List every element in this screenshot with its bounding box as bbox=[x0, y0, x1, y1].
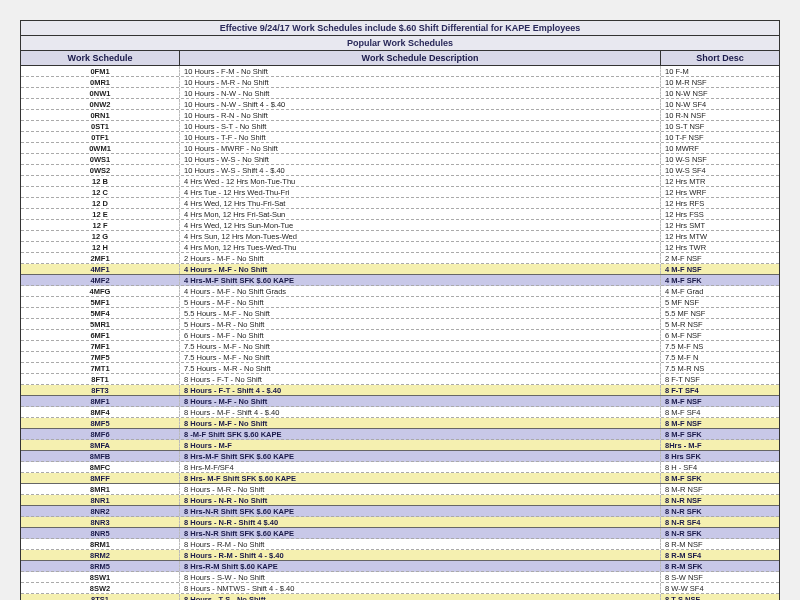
cell-code: 8MF1 bbox=[21, 396, 180, 406]
cell-desc: 4 Hrs Wed, 12 Hrs Sun-Mon-Tue bbox=[180, 220, 661, 230]
table-row: 6MF16 Hours - M-F - No Shift6 M-F NSF bbox=[21, 330, 779, 341]
cell-code: 8SW2 bbox=[21, 583, 180, 593]
table-row: 12 E4 Hrs Mon, 12 Hrs Fri-Sat-Sun12 Hrs … bbox=[21, 209, 779, 220]
cell-short: 4 M-F NSF bbox=[661, 264, 779, 274]
cell-code: 0NW1 bbox=[21, 88, 180, 98]
cell-code: 8SW1 bbox=[21, 572, 180, 582]
cell-short: 10 W-S SF4 bbox=[661, 165, 779, 175]
cell-desc: 8 Hrs- M-F Shift SFK $.60 KAPE bbox=[180, 473, 661, 483]
cell-code: 8MFC bbox=[21, 462, 180, 472]
cell-desc: 10 Hours - M-R - No Shift bbox=[180, 77, 661, 87]
table-row: 12 F4 Hrs Wed, 12 Hrs Sun-Mon-Tue12 Hrs … bbox=[21, 220, 779, 231]
cell-desc: 8 Hours - F-T - No Shift bbox=[180, 374, 661, 384]
cell-desc: 8 Hrs-R-M Shift $.60 KAPE bbox=[180, 561, 661, 571]
cell-desc: 2 Hours - M-F - No Shift bbox=[180, 253, 661, 263]
cell-desc: 7.5 Hours - M-R - No Shift bbox=[180, 363, 661, 373]
table-row: 8MF58 Hours - M-F - No Shift8 M-F NSF bbox=[21, 418, 779, 429]
cell-desc: 8 Hours - M-F - No Shift bbox=[180, 396, 661, 406]
cell-short: 8 N-R SFK bbox=[661, 528, 779, 538]
table-row: 0MR110 Hours - M-R - No Shift10 M-R NSF bbox=[21, 77, 779, 88]
table-row: 4MFG4 Hours - M-F - No Shift Grads4 M-F … bbox=[21, 286, 779, 297]
cell-short: 8 R-M SFK bbox=[661, 561, 779, 571]
cell-desc: 4 Hrs Mon, 12 Hrs Tues-Wed-Thu bbox=[180, 242, 661, 252]
schedule-sheet: Effective 9/24/17 Work Schedules include… bbox=[20, 20, 780, 600]
cell-desc: 10 Hours - N-W - No Shift bbox=[180, 88, 661, 98]
cell-desc: 4 Hours - M-F - No Shift Grads bbox=[180, 286, 661, 296]
cell-desc: 8 Hours - R-M - No Shift bbox=[180, 539, 661, 549]
table-row: 0TF110 Hours - T-F - No Shift10 T-F NSF bbox=[21, 132, 779, 143]
cell-short: 5.5 MF NSF bbox=[661, 308, 779, 318]
table-row: 7MF17.5 Hours - M-F - No Shift7.5 M-F NS bbox=[21, 341, 779, 352]
cell-short: 12 Hrs SMT bbox=[661, 220, 779, 230]
cell-short: 10 M-R NSF bbox=[661, 77, 779, 87]
table-row: 12 B4 Hrs Wed - 12 Hrs Mon-Tue-Thu12 Hrs… bbox=[21, 176, 779, 187]
cell-code: 8FT3 bbox=[21, 385, 180, 395]
cell-short: 12 Hrs WRF bbox=[661, 187, 779, 197]
cell-code: 7MF1 bbox=[21, 341, 180, 351]
table-row: 0NW210 Hours - N-W - Shift 4 - $.4010 N-… bbox=[21, 99, 779, 110]
cell-short: 8 R-M SF4 bbox=[661, 550, 779, 560]
cell-desc: 10 Hours - R-N - No Shift bbox=[180, 110, 661, 120]
cell-desc: 4 Hrs Sun, 12 Hrs Mon-Tues-Wed bbox=[180, 231, 661, 241]
cell-code: 4MF2 bbox=[21, 275, 180, 285]
cell-code: 0WS1 bbox=[21, 154, 180, 164]
table-row: 8RM28 Hours - R-M - Shift 4 - $.408 R-M … bbox=[21, 550, 779, 561]
cell-code: 4MF1 bbox=[21, 264, 180, 274]
cell-short: 10 N-W SF4 bbox=[661, 99, 779, 109]
cell-short: 8 F-T NSF bbox=[661, 374, 779, 384]
cell-code: 8MFB bbox=[21, 451, 180, 461]
cell-code: 0TF1 bbox=[21, 132, 180, 142]
table-row: 12 D4 Hrs Wed, 12 Hrs Thu-Fri-Sat12 Hrs … bbox=[21, 198, 779, 209]
table-row: 8TS18 Hours - T-S - No Shift8 T-S NSF bbox=[21, 594, 779, 600]
cell-short: 12 Hrs RFS bbox=[661, 198, 779, 208]
table-row: 0WM110 Hours - MWRF - No Shift10 MWRF bbox=[21, 143, 779, 154]
table-row: 8FT38 Hours - F-T - Shift 4 - $.408 F-T … bbox=[21, 385, 779, 396]
table-row: 5MR15 Hours - M-R - No Shift5 M-R NSF bbox=[21, 319, 779, 330]
cell-desc: 8 Hrs-N-R Shift SFK $.60 KAPE bbox=[180, 528, 661, 538]
table-row: 5MF45.5 Hours - M-F - No Shift5.5 MF NSF bbox=[21, 308, 779, 319]
cell-desc: 8 Hours - N-R - No Shift bbox=[180, 495, 661, 505]
cell-code: 12 D bbox=[21, 198, 180, 208]
cell-code: 8MF6 bbox=[21, 429, 180, 439]
cell-code: 8FT1 bbox=[21, 374, 180, 384]
cell-desc: 4 Hrs Tue - 12 Hrs Wed-Thu-Fri bbox=[180, 187, 661, 197]
table-row: 0NW110 Hours - N-W - No Shift10 N-W NSF bbox=[21, 88, 779, 99]
cell-code: 4MFG bbox=[21, 286, 180, 296]
cell-short: 8 N-R SFK bbox=[661, 506, 779, 516]
cell-desc: 8 -M-F Shift SFK $.60 KAPE bbox=[180, 429, 661, 439]
table-row: 0FM110 Hours - F-M - No Shift10 F-M bbox=[21, 66, 779, 77]
cell-code: 8RM5 bbox=[21, 561, 180, 571]
cell-code: 0MR1 bbox=[21, 77, 180, 87]
cell-short: 8 S-W NSF bbox=[661, 572, 779, 582]
cell-code: 12 B bbox=[21, 176, 180, 186]
cell-short: 8 W-W SF4 bbox=[661, 583, 779, 593]
cell-desc: 4 Hrs Wed, 12 Hrs Thu-Fri-Sat bbox=[180, 198, 661, 208]
cell-short: 4 M-F SFK bbox=[661, 275, 779, 285]
header-short: Short Desc bbox=[661, 51, 779, 65]
cell-code: 8NR2 bbox=[21, 506, 180, 516]
cell-short: 12 Hrs FSS bbox=[661, 209, 779, 219]
cell-short: 8 M-F SFK bbox=[661, 429, 779, 439]
cell-desc: 10 Hours - S-T - No Shift bbox=[180, 121, 661, 131]
cell-desc: 8 Hours - M-F - No Shift bbox=[180, 418, 661, 428]
cell-code: 5MR1 bbox=[21, 319, 180, 329]
cell-short: 4 M-F Grad bbox=[661, 286, 779, 296]
table-row: 12 C4 Hrs Tue - 12 Hrs Wed-Thu-Fri12 Hrs… bbox=[21, 187, 779, 198]
cell-desc: 8 Hrs-N-R Shift SFK $.60 KAPE bbox=[180, 506, 661, 516]
cell-short: 8 H - SF4 bbox=[661, 462, 779, 472]
cell-desc: 5.5 Hours - M-F - No Shift bbox=[180, 308, 661, 318]
cell-code: 8MFA bbox=[21, 440, 180, 450]
cell-desc: 4 Hrs-M-F Shift SFK $.60 KAPE bbox=[180, 275, 661, 285]
table-row: 8MFA8 Hours - M-F8Hrs - M-F bbox=[21, 440, 779, 451]
cell-short: 8 F-T SF4 bbox=[661, 385, 779, 395]
cell-code: 8MF4 bbox=[21, 407, 180, 417]
cell-short: 8 T-S NSF bbox=[661, 594, 779, 600]
cell-code: 2MF1 bbox=[21, 253, 180, 263]
table-row: 8MFB8 Hrs-M-F Shift SFK $.60 KAPE8 Hrs S… bbox=[21, 451, 779, 462]
cell-code: 8MF5 bbox=[21, 418, 180, 428]
table-row: 8MFF8 Hrs- M-F Shift SFK $.60 KAPE8 M-F … bbox=[21, 473, 779, 484]
cell-code: 8MR1 bbox=[21, 484, 180, 494]
cell-code: 6MF1 bbox=[21, 330, 180, 340]
cell-desc: 7.5 Hours - M-F - No Shift bbox=[180, 352, 661, 362]
cell-short: 7.5 M-R NS bbox=[661, 363, 779, 373]
